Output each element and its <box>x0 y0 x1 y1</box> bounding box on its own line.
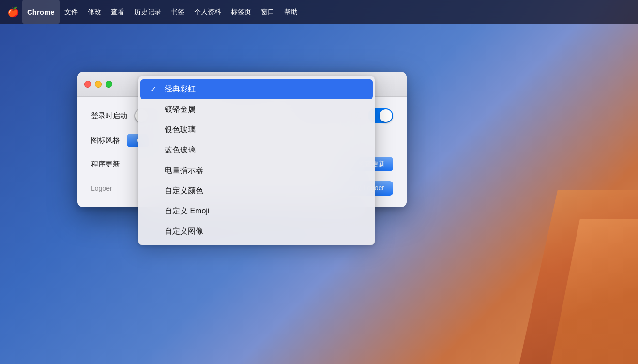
dropdown-item-custom-emoji[interactable]: ✓ 自定义 Emoji <box>140 201 373 221</box>
menubar-item-bookmarks[interactable]: 书签 <box>166 0 189 24</box>
icon-style-label: 图标风格 <box>91 136 120 145</box>
menubar-item-file[interactable]: 文件 <box>60 0 83 24</box>
dropdown-item-battery-indicator[interactable]: ✓ 电量指示器 <box>140 161 373 181</box>
icon-style-dropdown: ✓ 经典彩虹 ✓ 镀铬金属 ✓ 银色玻璃 ✓ 蓝色玻璃 ✓ 电量指示器 ✓ 自定… <box>138 76 375 245</box>
menubar-item-help[interactable]: 帮助 <box>279 0 303 24</box>
dropdown-item-label: 镀铬金属 <box>165 105 196 115</box>
login-label: 登录时启动 <box>91 111 127 121</box>
menubar: 🍎 Chrome 文件 修改 查看 历史记录 书签 个人资料 标签页 窗口 帮助 <box>0 0 638 24</box>
desktop-decoration <box>483 170 638 364</box>
dropdown-item-classic-rainbow[interactable]: ✓ 经典彩虹 <box>140 79 373 99</box>
dropdown-item-silver-glass[interactable]: ✓ 银色玻璃 <box>140 120 373 140</box>
minimize-button[interactable] <box>95 81 102 88</box>
dropdown-item-label: 经典彩虹 <box>165 84 196 94</box>
fullscreen-toggle-knob <box>380 109 392 122</box>
menubar-item-view[interactable]: 查看 <box>106 0 129 24</box>
menubar-item-profile[interactable]: 个人资料 <box>189 0 226 24</box>
menubar-item-tabs[interactable]: 标签页 <box>226 0 256 24</box>
menubar-item-chrome[interactable]: Chrome <box>22 0 60 24</box>
menubar-item-history[interactable]: 历史记录 <box>129 0 166 24</box>
maximize-button[interactable] <box>106 81 112 88</box>
dropdown-item-label: 自定义图像 <box>165 227 203 237</box>
dropdown-item-label: 自定义颜色 <box>165 186 203 196</box>
dropdown-item-label: 蓝色玻璃 <box>165 145 196 155</box>
dropdown-item-blue-glass[interactable]: ✓ 蓝色玻璃 <box>140 140 373 160</box>
menubar-item-window[interactable]: 窗口 <box>256 0 279 24</box>
traffic-lights <box>84 81 112 88</box>
menubar-item-edit[interactable]: 修改 <box>83 0 106 24</box>
version-text: Logoer <box>91 184 112 192</box>
apple-menu-icon[interactable]: 🍎 <box>6 0 20 24</box>
dropdown-item-label: 电量指示器 <box>165 166 203 176</box>
check-icon: ✓ <box>150 85 160 94</box>
dropdown-item-chrome-metal[interactable]: ✓ 镀铬金属 <box>140 100 373 120</box>
dropdown-item-label: 银色玻璃 <box>165 125 196 135</box>
update-label: 程序更新 <box>91 160 120 169</box>
dropdown-item-custom-image[interactable]: ✓ 自定义图像 <box>140 222 373 242</box>
close-button[interactable] <box>84 81 91 88</box>
dropdown-item-custom-color[interactable]: ✓ 自定义颜色 <box>140 181 373 201</box>
dropdown-item-label: 自定义 Emoji <box>165 206 209 216</box>
